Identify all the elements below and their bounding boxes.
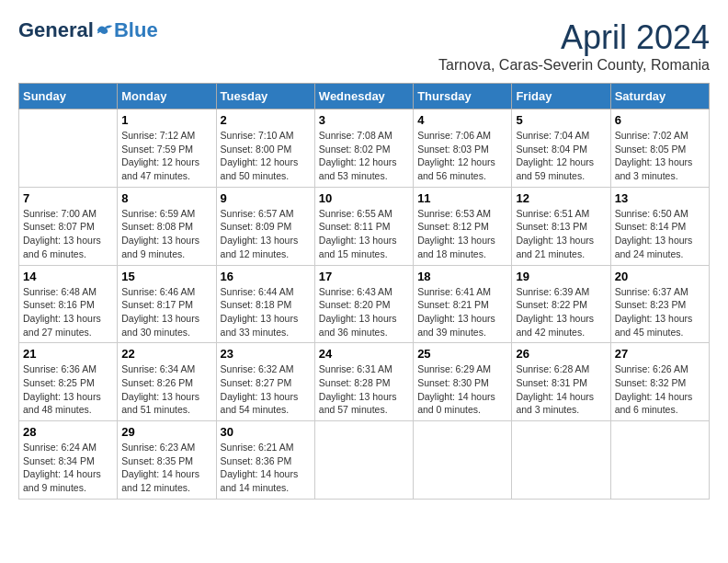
day-number: 27 bbox=[615, 347, 705, 361]
day-info: Sunrise: 6:24 AMSunset: 8:34 PMDaylight:… bbox=[23, 441, 113, 495]
day-info: Sunrise: 6:46 AMSunset: 8:17 PMDaylight:… bbox=[121, 285, 211, 339]
day-info: Sunrise: 6:37 AMSunset: 8:23 PMDaylight:… bbox=[615, 285, 705, 339]
day-number: 21 bbox=[23, 347, 113, 361]
day-number: 11 bbox=[417, 191, 507, 205]
day-info: Sunrise: 6:57 AMSunset: 8:09 PMDaylight:… bbox=[221, 207, 311, 261]
calendar-cell: 30Sunrise: 6:21 AMSunset: 8:36 PMDayligh… bbox=[216, 421, 314, 500]
day-of-week-header: Saturday bbox=[610, 84, 709, 109]
calendar-cell: 26Sunrise: 6:28 AMSunset: 8:31 PMDayligh… bbox=[512, 343, 610, 421]
calendar-cell: 17Sunrise: 6:43 AMSunset: 8:20 PMDayligh… bbox=[314, 265, 413, 343]
calendar-cell: 11Sunrise: 6:53 AMSunset: 8:12 PMDayligh… bbox=[414, 187, 512, 265]
calendar-cell: 1Sunrise: 7:12 AMSunset: 7:59 PMDaylight… bbox=[118, 109, 216, 188]
calendar-cell: 6Sunrise: 7:02 AMSunset: 8:05 PMDaylight… bbox=[610, 109, 709, 188]
day-number: 13 bbox=[615, 191, 705, 205]
day-number: 9 bbox=[221, 191, 311, 205]
calendar-cell: 4Sunrise: 7:06 AMSunset: 8:03 PMDaylight… bbox=[414, 109, 512, 188]
calendar-cell: 22Sunrise: 6:34 AMSunset: 8:26 PMDayligh… bbox=[118, 343, 216, 421]
calendar-cell: 27Sunrise: 6:26 AMSunset: 8:32 PMDayligh… bbox=[610, 343, 709, 421]
day-number: 20 bbox=[615, 270, 705, 283]
calendar-cell: 24Sunrise: 6:31 AMSunset: 8:28 PMDayligh… bbox=[314, 343, 413, 421]
day-info: Sunrise: 7:10 AMSunset: 8:00 PMDaylight:… bbox=[221, 129, 311, 183]
day-of-week-header: Sunday bbox=[19, 84, 118, 109]
month-title: April 2024 bbox=[438, 18, 710, 57]
day-of-week-header: Tuesday bbox=[216, 84, 314, 109]
day-info: Sunrise: 6:41 AMSunset: 8:21 PMDaylight:… bbox=[417, 285, 507, 339]
day-number: 26 bbox=[516, 347, 606, 361]
day-number: 2 bbox=[221, 113, 311, 127]
day-info: Sunrise: 7:08 AMSunset: 8:02 PMDaylight:… bbox=[319, 129, 409, 183]
day-number: 1 bbox=[121, 113, 211, 127]
calendar-cell: 18Sunrise: 6:41 AMSunset: 8:21 PMDayligh… bbox=[414, 265, 512, 343]
day-number: 19 bbox=[516, 270, 606, 283]
day-number: 4 bbox=[417, 113, 507, 127]
calendar-cell: 2Sunrise: 7:10 AMSunset: 8:00 PMDaylight… bbox=[216, 109, 314, 188]
day-info: Sunrise: 6:32 AMSunset: 8:27 PMDaylight:… bbox=[221, 362, 311, 417]
calendar-cell bbox=[414, 421, 512, 500]
calendar-cell bbox=[19, 109, 118, 188]
calendar-cell: 14Sunrise: 6:48 AMSunset: 8:16 PMDayligh… bbox=[19, 265, 118, 343]
calendar-cell: 13Sunrise: 6:50 AMSunset: 8:14 PMDayligh… bbox=[610, 187, 709, 265]
day-number: 22 bbox=[121, 347, 211, 361]
day-info: Sunrise: 6:31 AMSunset: 8:28 PMDaylight:… bbox=[319, 362, 409, 417]
day-info: Sunrise: 6:55 AMSunset: 8:11 PMDaylight:… bbox=[319, 207, 409, 261]
day-number: 15 bbox=[121, 270, 211, 283]
day-info: Sunrise: 6:23 AMSunset: 8:35 PMDaylight:… bbox=[121, 441, 211, 495]
day-number: 10 bbox=[319, 191, 409, 205]
day-number: 8 bbox=[121, 191, 211, 205]
day-info: Sunrise: 6:44 AMSunset: 8:18 PMDaylight:… bbox=[221, 285, 311, 339]
day-info: Sunrise: 6:48 AMSunset: 8:16 PMDaylight:… bbox=[23, 285, 113, 339]
calendar-cell bbox=[314, 421, 413, 500]
day-info: Sunrise: 6:28 AMSunset: 8:31 PMDaylight:… bbox=[516, 362, 606, 417]
calendar-week-row: 21Sunrise: 6:36 AMSunset: 8:25 PMDayligh… bbox=[19, 343, 710, 421]
day-info: Sunrise: 6:59 AMSunset: 8:08 PMDaylight:… bbox=[121, 207, 211, 261]
day-info: Sunrise: 6:26 AMSunset: 8:32 PMDaylight:… bbox=[615, 362, 705, 417]
calendar-cell: 7Sunrise: 7:00 AMSunset: 8:07 PMDaylight… bbox=[19, 187, 118, 265]
calendar-week-row: 28Sunrise: 6:24 AMSunset: 8:34 PMDayligh… bbox=[19, 421, 710, 500]
calendar-week-row: 1Sunrise: 7:12 AMSunset: 7:59 PMDaylight… bbox=[19, 109, 710, 188]
day-info: Sunrise: 6:53 AMSunset: 8:12 PMDaylight:… bbox=[417, 207, 507, 261]
day-info: Sunrise: 6:34 AMSunset: 8:26 PMDaylight:… bbox=[121, 362, 211, 417]
calendar-cell: 15Sunrise: 6:46 AMSunset: 8:17 PMDayligh… bbox=[118, 265, 216, 343]
calendar-cell: 28Sunrise: 6:24 AMSunset: 8:34 PMDayligh… bbox=[19, 421, 118, 500]
day-number: 18 bbox=[417, 270, 507, 283]
logo-bird-icon bbox=[96, 21, 114, 40]
calendar-cell: 25Sunrise: 6:29 AMSunset: 8:30 PMDayligh… bbox=[414, 343, 512, 421]
calendar-cell bbox=[610, 421, 709, 500]
calendar-cell bbox=[512, 421, 610, 500]
day-info: Sunrise: 6:21 AMSunset: 8:36 PMDaylight:… bbox=[221, 441, 311, 495]
day-number: 7 bbox=[23, 191, 113, 205]
calendar-week-row: 14Sunrise: 6:48 AMSunset: 8:16 PMDayligh… bbox=[19, 265, 710, 343]
calendar-cell: 20Sunrise: 6:37 AMSunset: 8:23 PMDayligh… bbox=[610, 265, 709, 343]
day-number: 12 bbox=[516, 191, 606, 205]
calendar-cell: 19Sunrise: 6:39 AMSunset: 8:22 PMDayligh… bbox=[512, 265, 610, 343]
calendar-cell: 16Sunrise: 6:44 AMSunset: 8:18 PMDayligh… bbox=[216, 265, 314, 343]
day-number: 25 bbox=[417, 347, 507, 361]
calendar-cell: 23Sunrise: 6:32 AMSunset: 8:27 PMDayligh… bbox=[216, 343, 314, 421]
day-number: 17 bbox=[319, 270, 409, 283]
day-of-week-header: Friday bbox=[512, 84, 610, 109]
day-info: Sunrise: 6:43 AMSunset: 8:20 PMDaylight:… bbox=[319, 285, 409, 339]
day-of-week-header: Wednesday bbox=[314, 84, 413, 109]
day-info: Sunrise: 6:51 AMSunset: 8:13 PMDaylight:… bbox=[516, 207, 606, 261]
logo-blue-text: Blue bbox=[114, 18, 158, 42]
day-number: 23 bbox=[221, 347, 311, 361]
day-of-week-header: Monday bbox=[118, 84, 216, 109]
logo: General Blue bbox=[18, 18, 158, 42]
day-info: Sunrise: 6:36 AMSunset: 8:25 PMDaylight:… bbox=[23, 362, 113, 417]
logo-general-text: General bbox=[18, 18, 94, 42]
day-number: 30 bbox=[221, 425, 311, 439]
day-number: 24 bbox=[319, 347, 409, 361]
calendar-cell: 29Sunrise: 6:23 AMSunset: 8:35 PMDayligh… bbox=[118, 421, 216, 500]
day-of-week-header: Thursday bbox=[414, 84, 512, 109]
day-info: Sunrise: 6:50 AMSunset: 8:14 PMDaylight:… bbox=[615, 207, 705, 261]
day-number: 3 bbox=[319, 113, 409, 127]
calendar-header-row: SundayMondayTuesdayWednesdayThursdayFrid… bbox=[19, 84, 710, 109]
calendar-cell: 10Sunrise: 6:55 AMSunset: 8:11 PMDayligh… bbox=[314, 187, 413, 265]
title-block: April 2024 Tarnova, Caras-Severin County… bbox=[438, 18, 710, 74]
day-info: Sunrise: 7:00 AMSunset: 8:07 PMDaylight:… bbox=[23, 207, 113, 261]
day-info: Sunrise: 7:06 AMSunset: 8:03 PMDaylight:… bbox=[417, 129, 507, 183]
day-info: Sunrise: 7:02 AMSunset: 8:05 PMDaylight:… bbox=[615, 129, 705, 183]
calendar-cell: 9Sunrise: 6:57 AMSunset: 8:09 PMDaylight… bbox=[216, 187, 314, 265]
day-number: 28 bbox=[23, 425, 113, 439]
day-info: Sunrise: 6:29 AMSunset: 8:30 PMDaylight:… bbox=[417, 362, 507, 417]
